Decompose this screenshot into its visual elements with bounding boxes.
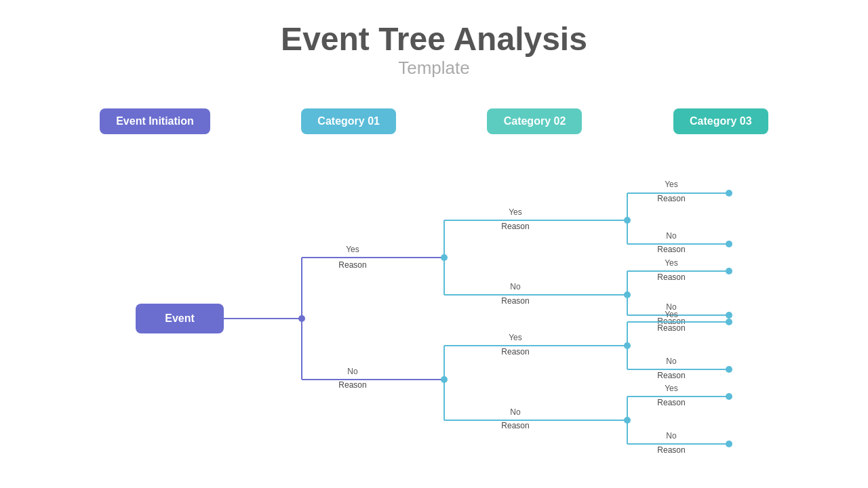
no-no-reason: Reason [501,421,529,430]
main-title: Event Tree Analysis [0,20,868,58]
yy-yes-reason: Reason [657,194,685,203]
nn-yes-end-dot [726,393,732,400]
yes-no-label: No [510,282,521,291]
reason-label-bottom: Reason [338,380,366,390]
ny-no-reason: Reason [657,371,685,380]
yy-no-reason: Reason [657,245,685,254]
ny-no-end-dot [726,366,732,373]
category-02-button[interactable]: Category 02 [487,108,582,134]
ny-no-label: No [666,357,677,366]
yn-yes-end-dot [726,268,732,274]
event-label: Event [165,312,195,324]
nn-no-reason: Reason [657,445,685,455]
tree-svg: Event Yes Reason No Reason Yes Reason No… [0,136,868,488]
yes-no-reason: Reason [501,296,529,306]
no-label-bottom: No [347,367,358,376]
yes-yes-reason: Reason [501,222,529,231]
yy-no-end-dot [726,241,732,247]
category-01-button[interactable]: Category 01 [301,108,396,134]
no-yes-label: Yes [509,333,522,342]
yy-yes-end-dot [726,190,732,197]
ny-yes-label: Yes [665,310,678,319]
yn-yes-label: Yes [665,258,678,268]
tree-diagram: Event Yes Reason No Reason Yes Reason No… [0,136,868,488]
category-03-button[interactable]: Category 03 [673,108,768,134]
ny-yes-end-dot [726,319,732,325]
reason-label-top: Reason [338,260,366,270]
sub-title: Template [0,58,868,79]
page-title-block: Event Tree Analysis Template [0,0,868,79]
no-yes-reason: Reason [501,347,529,357]
yn-no-end-dot [726,312,732,319]
yn-yes-reason: Reason [657,272,685,282]
nn-yes-label: Yes [665,384,678,393]
yes-label-top: Yes [346,245,359,254]
event-initiation-button[interactable]: Event Initiation [100,108,210,134]
yy-yes-label: Yes [665,180,678,189]
no-no-label: No [510,407,521,417]
yes-yes-label: Yes [509,207,522,217]
categories-bar: Event Initiation Category 01 Category 02… [0,95,868,134]
nn-yes-reason: Reason [657,398,685,407]
ny-yes-reason: Reason [657,323,685,333]
nn-no-label: No [666,431,677,441]
nn-no-end-dot [726,441,732,447]
yy-no-label: No [666,231,677,241]
